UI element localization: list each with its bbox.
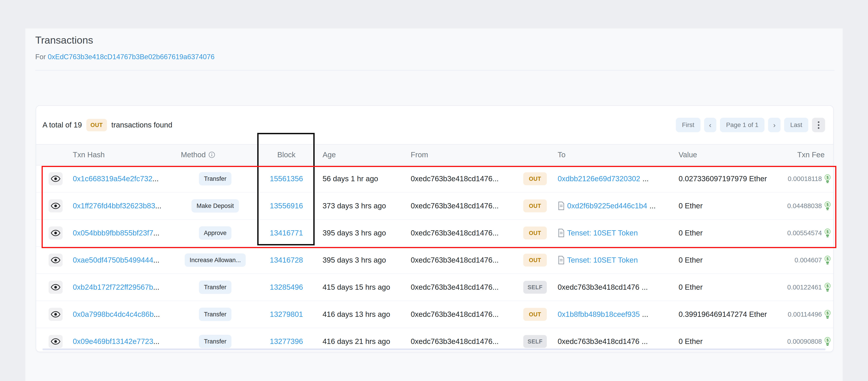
preview-transaction-button[interactable] bbox=[49, 199, 63, 213]
eye-icon bbox=[51, 257, 60, 263]
txn-hash-link[interactable]: 0xae50df4750b5499444 bbox=[73, 256, 153, 264]
from-address: 0xedc763b3e418cd1476 bbox=[411, 283, 493, 291]
from-address: 0xedc763b3e418cd1476 bbox=[411, 174, 493, 183]
method-header-label: Method bbox=[181, 151, 206, 159]
txn-fee-cell: 0.00090808 $ bbox=[787, 337, 831, 346]
value-cell: 0.027336097197979 Ether bbox=[679, 174, 767, 183]
age-cell: 416 days 13 hrs ago bbox=[322, 310, 390, 319]
age-cell: 395 days 3 hrs ago bbox=[322, 229, 386, 237]
preview-transaction-button[interactable] bbox=[49, 254, 63, 267]
txn-hash-link[interactable]: 0x1ff276fd4bbf32623b83 bbox=[73, 201, 155, 210]
block-cell: 13279801 bbox=[258, 310, 315, 319]
block-link[interactable]: 13277396 bbox=[270, 337, 303, 346]
preview-transaction-button[interactable] bbox=[49, 226, 63, 240]
txn-fee-amount: 0.00554574 bbox=[787, 229, 822, 237]
to-address[interactable]: 0xd2f6b9225ed446c1b4 bbox=[567, 201, 647, 210]
from-cell: 0xedc763b3e418cd1476... bbox=[411, 256, 499, 264]
preview-transaction-button[interactable] bbox=[49, 281, 63, 294]
block-link[interactable]: 13279801 bbox=[270, 310, 303, 318]
txn-fee-amount: 0.004607 bbox=[795, 256, 822, 264]
to-cell: Tenset: 10SET Token bbox=[558, 256, 638, 265]
method-cell: Transfer bbox=[181, 335, 250, 348]
txn-fee-amount: 0.04488038 bbox=[787, 202, 822, 210]
main-content: Transactions For 0xEdC763b3e418cD14767b3… bbox=[25, 29, 843, 381]
to-cell: 0xedc763b3e418cd1476... bbox=[558, 283, 648, 291]
address-link[interactable]: 0xEdC763b3e418cD14767b3Be02b667619a63740… bbox=[48, 53, 215, 61]
block-link[interactable]: 13416728 bbox=[270, 256, 303, 264]
block-link[interactable]: 13416771 bbox=[270, 229, 303, 237]
transactions-card: A total of 19 OUT transactions found Fir… bbox=[36, 105, 834, 352]
block-cell: 13556916 bbox=[258, 201, 315, 210]
chevron-left-icon: ‹ bbox=[709, 121, 712, 129]
txn-hash-link[interactable]: 0x1c668319a54e2fc732 bbox=[73, 174, 152, 183]
direction-cell: SELF bbox=[516, 281, 554, 294]
info-icon[interactable] bbox=[209, 151, 215, 158]
method-badge: Approve bbox=[199, 226, 232, 240]
from-address: 0xedc763b3e418cd1476 bbox=[411, 310, 493, 318]
txn-hash-link[interactable]: 0x0a7998bc4dc4c4c86b bbox=[73, 310, 154, 318]
svg-text:$: $ bbox=[827, 202, 829, 207]
method-cell: Transfer bbox=[181, 172, 250, 186]
to-address[interactable]: Tenset: 10SET Token bbox=[567, 229, 638, 237]
to-cell: Tenset: 10SET Token bbox=[558, 228, 638, 237]
first-page-button[interactable]: First bbox=[676, 118, 700, 132]
txn-fee-amount: 0.00018118 bbox=[788, 175, 822, 183]
page-indicator[interactable]: Page 1 of 1 bbox=[720, 118, 765, 132]
direction-cell: OUT bbox=[516, 199, 554, 213]
previous-page-button[interactable]: ‹ bbox=[704, 118, 717, 132]
contract-icon bbox=[558, 228, 565, 237]
to-address[interactable]: Tenset: 10SET Token bbox=[567, 256, 638, 264]
truncation-ellipsis: ... bbox=[642, 310, 648, 319]
column-header-from: From bbox=[411, 151, 428, 159]
block-cell: 15561356 bbox=[258, 174, 315, 183]
txn-hash-link[interactable]: 0x09e469bf13142e7723 bbox=[73, 337, 153, 346]
block-link[interactable]: 13556916 bbox=[270, 201, 303, 210]
method-cell: Approve bbox=[181, 226, 250, 240]
horizontal-scrollbar[interactable] bbox=[42, 348, 826, 350]
direction-badge: OUT bbox=[523, 172, 547, 185]
to-address[interactable]: 0x1b8fbb489b18ceef935 bbox=[558, 310, 640, 319]
column-header-age[interactable]: Age bbox=[322, 151, 336, 159]
from-cell: 0xedc763b3e418cd1476... bbox=[411, 337, 499, 346]
preview-transaction-button[interactable] bbox=[49, 308, 63, 321]
method-badge: Transfer bbox=[199, 335, 231, 348]
pagination: First ‹ Page 1 of 1 › Last bbox=[676, 118, 825, 132]
gas-lightbulb-icon: $ bbox=[824, 310, 831, 319]
method-badge: Make Deposit bbox=[191, 199, 239, 213]
column-header-value: Value bbox=[679, 151, 697, 159]
gas-lightbulb-icon: $ bbox=[824, 283, 831, 292]
txn-fee-cell: 0.00018118 $ bbox=[788, 174, 831, 183]
preview-transaction-button[interactable] bbox=[49, 335, 63, 348]
block-link[interactable]: 15561356 bbox=[270, 174, 303, 183]
table-body: 0x1c668319a54e2fc732... Transfer 1556135… bbox=[36, 165, 833, 352]
age-cell: 416 days 21 hrs ago bbox=[322, 337, 390, 346]
value-cell: 0 Ether bbox=[679, 337, 703, 346]
direction-cell: OUT bbox=[516, 308, 554, 321]
gas-lightbulb-icon: $ bbox=[824, 337, 831, 346]
value-cell: 0 Ether bbox=[679, 229, 703, 237]
from-address: 0xedc763b3e418cd1476 bbox=[411, 337, 493, 346]
last-page-button[interactable]: Last bbox=[784, 118, 808, 132]
column-header-block: Block bbox=[258, 151, 315, 159]
block-cell: 13416771 bbox=[258, 229, 315, 237]
txn-hash-link[interactable]: 0x054bbb9fbb855bf23f7 bbox=[73, 229, 153, 237]
table-row: 0x1c668319a54e2fc732... Transfer 1556135… bbox=[36, 165, 833, 193]
table-row: 0x1ff276fd4bbf32623b83... Make Deposit 1… bbox=[36, 193, 833, 220]
from-cell: 0xedc763b3e418cd1476... bbox=[411, 229, 499, 237]
truncation-ellipsis: ... bbox=[153, 229, 160, 237]
truncation-ellipsis: ... bbox=[493, 201, 499, 210]
txn-hash-cell: 0x054bbb9fbb855bf23f7... bbox=[73, 229, 160, 237]
value-cell: 0 Ether bbox=[679, 256, 703, 264]
txn-hash-link[interactable]: 0xb24b172f722ff29567b bbox=[73, 283, 153, 291]
preview-transaction-button[interactable] bbox=[49, 172, 63, 185]
block-link[interactable]: 13285496 bbox=[270, 283, 303, 291]
header-divider bbox=[35, 70, 835, 70]
card-header: A total of 19 OUT transactions found Fir… bbox=[36, 106, 833, 144]
to-address[interactable]: 0xdbb2126e69d7320302 bbox=[558, 174, 640, 183]
gas-lightbulb-icon: $ bbox=[824, 201, 831, 211]
txn-fee-amount: 0.00090808 bbox=[787, 338, 822, 345]
table-options-button[interactable] bbox=[812, 118, 825, 132]
column-header-method: Method bbox=[181, 151, 250, 159]
column-header-txn-fee[interactable]: Txn Fee bbox=[774, 151, 825, 159]
next-page-button[interactable]: › bbox=[768, 118, 780, 132]
